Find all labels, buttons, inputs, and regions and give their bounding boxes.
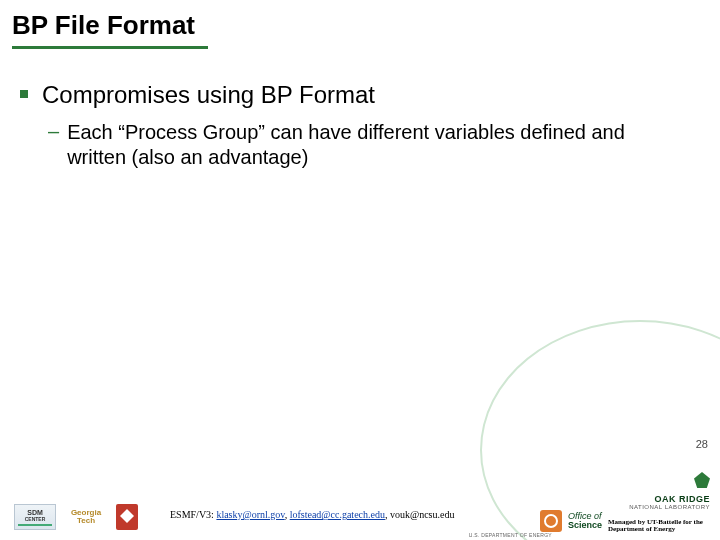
title-underline xyxy=(12,46,208,49)
ornl-name: OAK RIDGE xyxy=(629,494,710,504)
georgia-tech-logo: Georgia Tech xyxy=(64,504,108,530)
email-link-2[interactable]: lofstead@cc.gatech.edu xyxy=(290,509,385,520)
oak-leaf-icon xyxy=(694,472,710,488)
dash-bullet-icon: – xyxy=(48,120,59,143)
slide-body: Compromises using BP Format – Each “Proc… xyxy=(20,80,680,170)
footer-logos-left: SDM CENTER Georgia Tech xyxy=(14,504,138,530)
gt-logo-bottom: Tech xyxy=(71,517,101,525)
doe-seal-text: U.S. DEPARTMENT OF ENERGY xyxy=(469,532,552,538)
slide-title: BP File Format xyxy=(12,10,195,41)
doe-badge-icon xyxy=(540,510,562,532)
email-text-3: vouk@ncsu.edu xyxy=(390,509,454,520)
bullet-level-2: – Each “Process Group” can have differen… xyxy=(48,120,680,170)
office-line-2: Science xyxy=(568,521,602,530)
slide: BP File Format Compromises using BP Form… xyxy=(0,0,720,540)
footer: SDM CENTER Georgia Tech ESMF/V3: klasky@… xyxy=(0,470,720,540)
footer-logos-right: Office of Science xyxy=(540,510,602,532)
email-link-1[interactable]: klasky@ornl.gov xyxy=(216,509,284,520)
office-of-science-logo: Office of Science xyxy=(568,512,602,530)
bullet-level-1: Compromises using BP Format xyxy=(20,80,680,110)
sdm-center-logo: SDM CENTER xyxy=(14,504,56,530)
managed-by-text: Managed by UT-Battelle for the Departmen… xyxy=(608,519,710,534)
oak-ridge-logo: OAK RIDGE NATIONAL LABORATORY xyxy=(629,472,710,510)
sdm-logo-top: SDM xyxy=(27,509,43,516)
ncsu-logo xyxy=(116,504,138,530)
contacts-prefix: ESMF/V3: xyxy=(170,509,216,520)
footer-contacts: ESMF/V3: klasky@ornl.gov, lofstead@cc.ga… xyxy=(170,509,454,520)
ornl-subtitle: NATIONAL LABORATORY xyxy=(629,504,710,510)
bullet-2-text: Each “Process Group” can have different … xyxy=(67,120,680,170)
bullet-1-text: Compromises using BP Format xyxy=(42,80,375,110)
square-bullet-icon xyxy=(20,90,28,98)
sdm-logo-bar xyxy=(18,524,52,526)
sdm-logo-bottom: CENTER xyxy=(25,516,46,522)
